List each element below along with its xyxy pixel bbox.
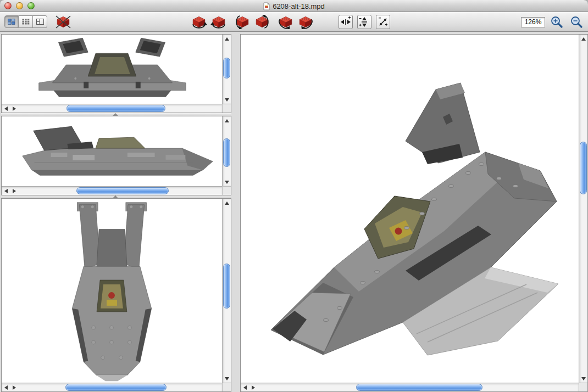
vscroll-thumb[interactable]: [223, 138, 230, 167]
scroll-up-arrow[interactable]: [223, 35, 231, 43]
scroll-left-arrow[interactable]: [2, 383, 10, 391]
top-view-render: [2, 199, 222, 383]
scroll-down-arrow[interactable]: [223, 178, 231, 186]
red-brick-crossed-icon: [55, 15, 71, 29]
perspective-vscrollbar[interactable]: [579, 35, 587, 383]
red-brick-rotate-icon: [278, 15, 294, 29]
scrollbar-corner: [579, 383, 587, 391]
content-area: [0, 32, 588, 392]
title-area: 6208-alt-18.mpd: [0, 0, 588, 12]
scroll-down-arrow[interactable]: [223, 96, 231, 104]
titlebar: 6208-alt-18.mpd: [0, 0, 588, 12]
rotate-z-minus-button[interactable]: [276, 14, 296, 30]
side-view-render: [2, 116, 222, 186]
rotate-x-plus-button[interactable]: [209, 14, 229, 30]
split-layout-icon: [36, 19, 44, 25]
perspective-view-render: [241, 35, 579, 383]
window-title: 6208-alt-18.mpd: [273, 2, 325, 10]
viewport-layout-2x2-segment[interactable]: [4, 15, 19, 28]
scroll-up-arrow[interactable]: [579, 35, 587, 43]
scroll-down-arrow[interactable]: [579, 374, 587, 383]
zoom-out-button[interactable]: [568, 15, 585, 29]
viewport-top: [1, 198, 231, 392]
zoom-percentage-input[interactable]: [521, 17, 545, 27]
side-view-vscrollbar[interactable]: [222, 116, 231, 186]
side-view-hscrollbar[interactable]: [2, 186, 222, 195]
viewport-layout-split-segment[interactable]: [33, 15, 47, 28]
scroll-up-arrow[interactable]: [223, 199, 231, 207]
side-view-canvas[interactable]: [2, 116, 222, 186]
hscroll-thumb[interactable]: [65, 384, 167, 391]
rotate-y-plus-button[interactable]: [252, 14, 272, 30]
red-brick-rotate-icon: [297, 15, 314, 29]
vscroll-thumb[interactable]: [580, 142, 587, 194]
zoom-fit-button[interactable]: [376, 15, 390, 29]
vscroll-thumb[interactable]: [223, 264, 230, 309]
scroll-left-arrow[interactable]: [2, 104, 10, 113]
scroll-right-arrow[interactable]: [10, 383, 18, 391]
magnifier-plus-icon: [550, 15, 564, 29]
hscroll-thumb[interactable]: [66, 105, 165, 112]
red-brick-rotate-icon: [210, 15, 227, 29]
scrollbar-corner: [222, 104, 231, 113]
viewport-front: [1, 34, 231, 113]
bricksmith-window: 6208-alt-18.mpd: [0, 0, 588, 392]
viewport-layout-segmented-control: [4, 15, 47, 28]
arrows-diagonal-icon: [378, 16, 389, 27]
scroll-right-arrow[interactable]: [10, 187, 18, 195]
arrows-vertical-icon: [359, 16, 370, 27]
front-view-render: [2, 35, 222, 104]
scroll-left-arrow[interactable]: [2, 187, 10, 195]
column-splitter[interactable]: [231, 34, 240, 392]
perspective-hscrollbar[interactable]: [241, 383, 579, 391]
document-icon: [263, 2, 270, 10]
scrollbar-corner: [222, 383, 231, 391]
magnifier-minus-icon: [569, 15, 584, 29]
rotate-button-group: [189, 14, 315, 30]
red-brick-rotate-icon: [254, 15, 270, 29]
scrollbar-corner: [222, 186, 231, 195]
red-brick-rotate-icon: [191, 15, 207, 29]
scroll-right-arrow[interactable]: [249, 383, 257, 391]
hscroll-thumb[interactable]: [76, 187, 169, 194]
front-view-hscrollbar[interactable]: [2, 104, 222, 113]
viewport-layout-3x3-segment[interactable]: [19, 15, 33, 28]
zoom-control-group: [521, 15, 585, 29]
arrows-horizontal-icon: [340, 16, 351, 27]
scroll-down-arrow[interactable]: [223, 374, 231, 383]
pan-vertical-button[interactable]: [357, 15, 371, 29]
scroll-right-arrow[interactable]: [10, 104, 18, 113]
rotate-x-minus-button[interactable]: [189, 14, 209, 30]
top-view-canvas[interactable]: [2, 199, 222, 383]
perspective-view-canvas[interactable]: [241, 35, 579, 383]
zoom-in-button[interactable]: [548, 15, 565, 29]
pan-zoom-button-group: [339, 15, 390, 29]
toolbar: [0, 12, 588, 32]
grid-2x2-icon: [8, 19, 15, 25]
rotate-y-minus-button[interactable]: [232, 14, 252, 30]
scroll-up-arrow[interactable]: [223, 116, 231, 125]
pan-horizontal-button[interactable]: [339, 15, 353, 29]
grid-3x3-icon: [22, 19, 30, 25]
red-brick-rotate-icon: [234, 15, 251, 29]
viewport-perspective: [240, 34, 588, 392]
brick-delete-button[interactable]: [54, 14, 73, 30]
front-view-vscrollbar[interactable]: [222, 35, 231, 104]
front-view-canvas[interactable]: [2, 35, 222, 104]
scroll-left-arrow[interactable]: [241, 383, 249, 391]
viewport-side: [1, 116, 231, 195]
top-view-vscrollbar[interactable]: [222, 199, 231, 383]
rotate-z-plus-button[interactable]: [296, 14, 315, 30]
top-view-hscrollbar[interactable]: [2, 383, 222, 391]
vscroll-thumb[interactable]: [223, 58, 230, 79]
hscroll-thumb[interactable]: [356, 384, 482, 391]
